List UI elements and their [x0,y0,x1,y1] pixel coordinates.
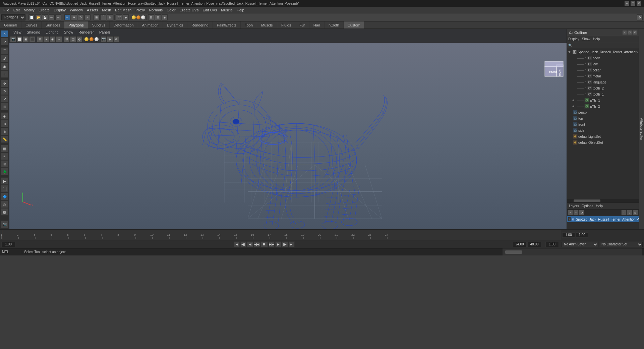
tree-item-side[interactable]: side [567,127,639,133]
menu-muscle[interactable]: Muscle [219,7,235,13]
select-tool-button[interactable]: ↖ [64,14,70,20]
anim-layer-dropdown[interactable]: No Anim Layer [562,242,598,247]
tab-animation[interactable]: Animation [138,21,163,28]
snap-grid-button[interactable]: ⊞ [94,14,100,20]
playback-max[interactable] [527,242,541,247]
tab-deformation[interactable]: Deformation [110,21,138,28]
vp-menu-show[interactable]: Show [61,30,76,35]
new-scene-button[interactable]: 📄 [28,14,35,20]
prev-key-button[interactable]: ◀| [240,241,246,247]
tree-item-lightset[interactable]: defaultLightSet [567,133,639,139]
options-tab[interactable]: Options [582,204,593,208]
frame-start-input[interactable] [562,232,575,238]
frame-speed[interactable] [545,242,559,247]
tab-ncloth[interactable]: nCloth [325,21,344,28]
toolbar-extra-2[interactable]: ⊟ [155,14,161,20]
step-forward-button[interactable]: ▶ [275,241,281,247]
hypershade-left[interactable]: 🔷 [1,193,8,200]
snap-tool[interactable]: ⊗ [1,128,8,135]
extra2-left[interactable]: ▩ [1,208,8,216]
character-set-dropdown[interactable]: No Character Set [599,242,643,247]
snap-curve-button[interactable]: ⌒ [100,14,106,20]
tree-item-front[interactable]: front [567,121,639,127]
tab-fur[interactable]: Fur [295,21,309,28]
open-scene-button[interactable]: 📂 [35,14,41,20]
outliner-h-scroll-thumb[interactable] [574,199,600,202]
tree-item-tooth2[interactable]: —— ○ tooth_2 [567,85,639,91]
render-button[interactable]: ▶ [123,14,129,20]
minimize-button[interactable]: − [625,1,629,6]
rotate-tool-left[interactable]: ↻ [1,88,8,95]
jump-end-button[interactable]: ▶| [289,241,295,247]
menu-help[interactable]: Help [235,7,246,13]
paint-tool[interactable]: 🖌 [1,55,8,62]
vp-frame-selected[interactable]: ▣ [23,36,29,42]
render-left[interactable]: ▶ [1,177,8,185]
stop-button[interactable]: ⏹ [260,241,268,247]
move-tool-button[interactable]: ✥ [71,14,77,20]
tab-general[interactable]: General [0,21,21,28]
tree-item-metal[interactable]: —— ○ metal [567,73,639,79]
menu-window[interactable]: Window [68,7,85,13]
camera-left[interactable]: 📷 [1,221,8,228]
attr-editor-left[interactable]: ⊞ [1,160,8,168]
menu-edit[interactable]: Edit [11,7,22,13]
tab-subdivs[interactable]: Subdivs [88,21,110,28]
layer-new[interactable]: + [568,210,573,215]
outliner-close[interactable]: ✕ [633,31,637,35]
pivot-tool[interactable]: ⊕ [1,120,8,127]
toolbar-extra-3[interactable]: ◈ [162,14,168,20]
outliner-minimize[interactable]: − [623,31,627,35]
component-left[interactable]: ◈ [1,112,8,120]
vp-menu-lighting[interactable]: Lighting [43,30,61,35]
vp-render-snap[interactable]: 📷 [101,36,107,42]
tab-polygons[interactable]: Polygons [64,21,88,28]
ipr-left[interactable]: ⬛ [1,185,8,192]
timeline-ruler[interactable]: 1 2 3 4 5 6 7 8 9 10 11 [0,230,561,240]
tree-item-tooth1[interactable]: —— ○ tooth_1 [567,91,639,97]
measure-tool[interactable]: 📏 [1,135,8,143]
sculpt-tool[interactable]: ◉ [1,63,8,70]
tab-toon[interactable]: Toon [241,21,257,28]
play-back-button[interactable]: ◀◀ [254,241,260,247]
transform-tool[interactable]: ⊞ [1,103,8,110]
scale-tool-button[interactable]: ⤢ [84,14,91,20]
tab-fluids[interactable]: Fluids [277,21,295,28]
layer-collapse[interactable]: ⊟ [633,210,638,215]
menu-assets[interactable]: Assets [85,7,100,13]
layer-options[interactable]: ⚙ [579,210,584,215]
help-tab-layers[interactable]: Help [596,204,603,208]
outliner-tab-show[interactable]: Show [582,37,590,41]
menu-proxy[interactable]: Proxy [133,7,147,13]
vp-select-camera[interactable]: 📷 [10,36,16,42]
save-scene-button[interactable]: 💾 [42,14,48,20]
step-back-button[interactable]: ◀ [247,241,253,247]
tree-item-jaw[interactable]: —— ○ jaw [567,61,639,67]
outliner-left[interactable]: 🌲 [1,168,8,175]
vp-menu-view[interactable]: View [11,30,24,35]
outliner-h-scrollbar[interactable] [567,199,639,202]
maximize-button[interactable]: □ [631,1,635,6]
playback-start[interactable] [1,242,15,247]
vp-smooth-shade[interactable]: ● [43,36,49,42]
tab-dynamics[interactable]: Dynamics [163,21,187,28]
outliner-restore[interactable]: □ [628,31,632,35]
menu-edit-uvs[interactable]: Edit UVs [200,7,219,13]
tree-item-language[interactable]: —— ○ language [567,79,639,85]
rotate-tool-button[interactable]: ↻ [78,14,84,20]
tab-muscle[interactable]: Muscle [257,21,277,28]
paint-select-tool[interactable]: ↗ [1,38,8,45]
menu-modify[interactable]: Modify [22,7,37,13]
tab-hair[interactable]: Hair [309,21,325,28]
vp-points[interactable]: ⠿ [56,36,62,42]
outliner-tab-help[interactable]: Help [593,37,600,41]
vp-shade-wireframe[interactable]: ◉ [50,36,56,42]
tab-rendering[interactable]: Rendering [187,21,213,28]
vp-frame-all[interactable]: ⬜ [16,36,22,42]
menu-create-uvs[interactable]: Create UVs [178,7,201,13]
tree-item-objectset[interactable]: defaultObjectSet [567,139,639,146]
frame-current-input[interactable] [576,232,588,238]
redo-button[interactable]: ↪ [55,14,61,20]
menu-color[interactable]: Color [165,7,177,13]
lasso-tool[interactable]: ⌒ [1,47,8,55]
